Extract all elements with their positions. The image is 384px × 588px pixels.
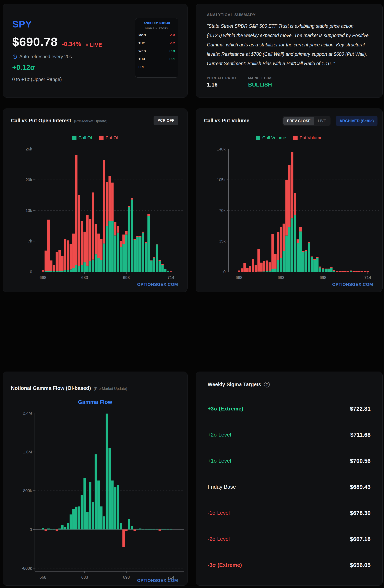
- sigma-target-label: -1σ Level: [208, 510, 230, 516]
- svg-text:20k: 20k: [26, 178, 32, 182]
- live-label: LIVE: [90, 42, 102, 48]
- weekly-sigma-targets-card: Weekly Sigma Targets ? +3σ (Extreme)$722…: [196, 372, 383, 586]
- sigma-history-row: WED+0.3: [138, 47, 175, 55]
- svg-text:698: 698: [123, 275, 130, 280]
- put-call-ratio-label: PUT/CALL RATIO: [207, 76, 236, 80]
- gamma-watermark: OPTIONSGEX.COM: [137, 578, 178, 583]
- summary-stats: PUT/CALL RATIO 1.16 MARKET BIAS BULLISH: [207, 76, 285, 88]
- sigma-target-row: +2σ Level$711.68: [208, 422, 371, 448]
- gamma-flow-chart: -800k0800k1.6M2.4M668683698714: [3, 372, 188, 586]
- svg-text:714: 714: [364, 275, 371, 280]
- range-note: 0 to +1σ (Upper Range): [12, 77, 62, 82]
- sigma-target-row: -2σ Level$667.18: [208, 526, 371, 552]
- sigma-history-value: +0.1: [169, 57, 175, 61]
- svg-text:683: 683: [81, 275, 88, 280]
- sigma-history-value: +0.3: [169, 49, 175, 53]
- sigma-target-row: +1σ Level$700.56: [208, 448, 371, 474]
- live-indicator: LIVE: [86, 42, 102, 48]
- sigma-history-day: TUE: [138, 41, 145, 45]
- sigma-target-value: $678.30: [350, 510, 371, 516]
- gamma-flow-card: Notional Gamma Flow (OI-based) (Pre-Mark…: [3, 372, 188, 586]
- sigma-target-rows: +3σ (Extreme)$722.81+2σ Level$711.68+1σ …: [208, 396, 371, 578]
- refresh-note-row: Auto-refreshed every 20s: [12, 54, 72, 60]
- sigma-history-value: -0.2: [170, 41, 175, 45]
- oi-watermark: OPTIONSGEX.COM: [137, 282, 178, 287]
- put-call-ratio-stat: PUT/CALL RATIO 1.16: [207, 76, 236, 88]
- svg-text:1.6M: 1.6M: [23, 450, 32, 454]
- sigma-history-rows: MON-0.6TUE-0.2WED+0.3THU+0.1FRI---: [135, 31, 178, 71]
- sigma-history-row: THU+0.1: [138, 55, 175, 63]
- svg-text:140k: 140k: [217, 147, 226, 151]
- sigma-history-day: FRI: [138, 65, 144, 69]
- sigma-target-value: $667.18: [350, 536, 371, 542]
- price-row: $690.78 -0.34% LIVE: [12, 35, 102, 49]
- svg-text:698: 698: [123, 575, 130, 579]
- sigma-history-title: SIGMA HISTORY: [135, 27, 178, 30]
- svg-text:683: 683: [81, 575, 88, 579]
- sigma-history-row: MON-0.6: [138, 31, 175, 39]
- svg-text:800k: 800k: [23, 488, 32, 493]
- market-bias-value: BULLISH: [248, 82, 272, 88]
- svg-text:26k: 26k: [26, 147, 32, 151]
- svg-text:13k: 13k: [26, 208, 32, 213]
- sigma-history-row: FRI---: [138, 63, 175, 71]
- sigma-history-day: WED: [138, 49, 146, 53]
- put-call-ratio-value: 1.16: [207, 82, 236, 88]
- market-bias-stat: MARKET BIAS BULLISH: [248, 76, 272, 88]
- sigma-target-row: +3σ (Extreme)$722.81: [208, 396, 371, 422]
- sigma-history-day: MON: [138, 33, 146, 37]
- svg-text:105k: 105k: [217, 178, 226, 182]
- summary-text: "State Street SPDR S&P 500 ETF Trust is …: [207, 21, 369, 68]
- volume-card: Call vs Put Volume PREV CLOSE LIVE ARCHI…: [196, 108, 383, 292]
- svg-text:2.4M: 2.4M: [23, 411, 32, 415]
- gamma-bars: [42, 414, 172, 547]
- sigma-target-label: +3σ (Extreme): [208, 406, 243, 412]
- svg-text:683: 683: [278, 275, 284, 280]
- sigma-target-row: -1σ Level$678.30: [208, 500, 371, 526]
- refresh-note: Auto-refreshed every 20s: [19, 54, 72, 60]
- summary-title: ANALYTICAL SUMMARY: [207, 13, 256, 17]
- current-price: $690.78: [12, 35, 58, 49]
- sigma-target-label: +1σ Level: [208, 458, 231, 464]
- open-interest-chart: 07k13k20k26k668683698714: [3, 109, 188, 292]
- sigma-targets-title-row: Weekly Sigma Targets ?: [208, 381, 270, 387]
- volume-chart: 035k70k105k140k668683698714: [196, 109, 383, 292]
- svg-text:-800k: -800k: [22, 566, 32, 570]
- sigma-target-label: -3σ (Extreme): [208, 562, 242, 568]
- sigma-targets-title: Weekly Sigma Targets: [208, 381, 261, 387]
- svg-text:35k: 35k: [219, 239, 226, 243]
- sigma-target-value: $722.81: [350, 406, 371, 412]
- svg-text:0: 0: [223, 270, 226, 274]
- anchor-price: ANCHOR: $689.43: [135, 21, 178, 25]
- svg-text:714: 714: [167, 275, 174, 280]
- ticker-symbol: SPY: [12, 19, 32, 30]
- sigma-history-day: THU: [138, 57, 145, 61]
- price-card: SPY $690.78 -0.34% LIVE Auto-refreshed e…: [3, 4, 188, 98]
- sigma-history-row: TUE-0.2: [138, 39, 175, 47]
- svg-text:668: 668: [39, 275, 46, 280]
- sigma-target-value: $656.05: [350, 562, 371, 568]
- sigma-target-value: $711.68: [350, 432, 371, 438]
- sigma-target-label: Friday Base: [208, 484, 236, 490]
- sigma-target-row: Friday Base$689.43: [208, 474, 371, 500]
- sigma-target-row: -3σ (Extreme)$656.05: [208, 552, 371, 578]
- clock-icon: [12, 54, 17, 59]
- sigma-target-label: -2σ Level: [208, 536, 230, 542]
- svg-text:668: 668: [39, 575, 46, 579]
- volume-watermark: OPTIONSGEX.COM: [332, 282, 373, 287]
- market-bias-label: MARKET BIAS: [248, 76, 272, 80]
- sigma-history-panel: ANCHOR: $689.43 SIGMA HISTORY MON-0.6TUE…: [135, 18, 178, 78]
- svg-text:0: 0: [30, 527, 32, 532]
- sigma-target-label: +2σ Level: [208, 432, 231, 438]
- svg-text:7k: 7k: [28, 239, 32, 243]
- open-interest-card: Call vs Put Open Interest (Pre-Market Up…: [3, 108, 188, 292]
- sigma-move-value: +0.12σ: [12, 63, 35, 71]
- svg-text:0: 0: [30, 270, 32, 274]
- sigma-target-value: $700.56: [350, 458, 371, 464]
- sigma-target-value: $689.43: [350, 484, 371, 490]
- price-change-percent: -0.34%: [62, 41, 81, 47]
- svg-text:668: 668: [235, 275, 242, 280]
- svg-text:698: 698: [320, 275, 326, 280]
- help-icon[interactable]: ?: [264, 382, 270, 387]
- sigma-history-value: ---: [172, 65, 175, 69]
